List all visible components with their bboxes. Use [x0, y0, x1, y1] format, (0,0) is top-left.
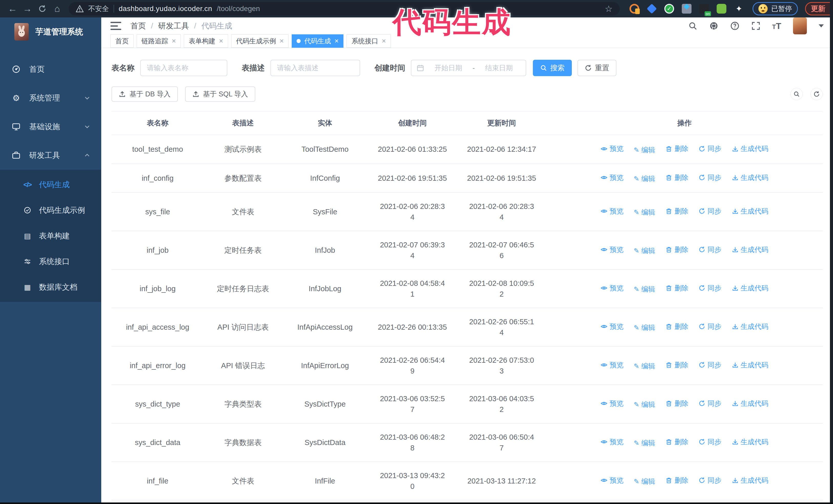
generate-code-link[interactable]: 生成代码: [732, 283, 768, 293]
edit-link[interactable]: ✎ 编辑: [634, 284, 656, 294]
preview-link[interactable]: 预览: [600, 321, 623, 332]
preview-link[interactable]: 预览: [600, 437, 623, 447]
generate-code-link[interactable]: 生成代码: [732, 437, 768, 447]
search-icon[interactable]: [688, 21, 697, 30]
tab-system-api[interactable]: 系统接口: [347, 34, 390, 48]
browser-back-icon[interactable]: ←: [5, 2, 20, 16]
sync-link[interactable]: 同步: [698, 360, 721, 370]
breadcrumb-home[interactable]: 首页: [130, 21, 146, 31]
extension-icon-on-switch[interactable]: [699, 4, 709, 14]
tab-form-builder[interactable]: 表单构建: [184, 34, 228, 48]
generate-code-link[interactable]: 生成代码: [732, 172, 768, 183]
generate-code-link[interactable]: 生成代码: [732, 143, 768, 154]
edit-link[interactable]: ✎ 编辑: [634, 399, 656, 410]
delete-link[interactable]: 删除: [665, 172, 688, 183]
edit-link[interactable]: ✎ 编辑: [634, 173, 656, 184]
generate-code-link[interactable]: 生成代码: [732, 244, 768, 255]
refresh-table-button[interactable]: [810, 88, 823, 100]
edit-link[interactable]: ✎ 编辑: [634, 145, 656, 155]
fullscreen-icon[interactable]: [751, 21, 760, 30]
extension-icon-blue-gem[interactable]: [647, 4, 657, 14]
user-avatar[interactable]: [793, 18, 807, 34]
sidebar-item-dev-tools[interactable]: 研发工具: [0, 141, 101, 170]
delete-link[interactable]: 删除: [665, 206, 688, 217]
reset-button[interactable]: 重置: [577, 60, 616, 76]
sync-link[interactable]: 同步: [698, 172, 721, 183]
browser-update-button[interactable]: 更新: [805, 2, 833, 16]
breadcrumb-dev-tools[interactable]: 研发工具: [158, 21, 189, 31]
tab-close-icon[interactable]: [219, 38, 223, 45]
delete-link[interactable]: 删除: [665, 360, 688, 370]
preview-link[interactable]: 预览: [600, 143, 623, 154]
tab-close-icon[interactable]: [172, 38, 176, 45]
generate-code-link[interactable]: 生成代码: [732, 398, 768, 409]
sidebar-item-infrastructure[interactable]: 基础设施: [0, 112, 101, 141]
edit-link[interactable]: ✎ 编辑: [634, 438, 656, 448]
tab-home[interactable]: 首页: [111, 34, 134, 48]
sidebar-item-database-docs[interactable]: ▦ 数据库文档: [0, 274, 101, 300]
avatar-caret-down-icon[interactable]: [819, 24, 824, 27]
font-size-icon[interactable]: TT: [772, 21, 781, 31]
extension-icon-white-star[interactable]: ✦: [734, 4, 744, 14]
sync-link[interactable]: 同步: [698, 283, 721, 293]
tab-codegen-example[interactable]: 代码生成示例: [231, 34, 289, 48]
delete-link[interactable]: 删除: [665, 143, 688, 154]
browser-reload-icon[interactable]: [35, 2, 50, 16]
sidebar-fold-icon[interactable]: [111, 22, 121, 30]
sidebar-item-code-generation[interactable]: </> 代码生成: [0, 172, 101, 197]
preview-link[interactable]: 预览: [600, 206, 623, 217]
date-range-picker[interactable]: 开始日期 - 结束日期: [411, 60, 526, 76]
sync-link[interactable]: 同步: [698, 244, 721, 255]
preview-link[interactable]: 预览: [600, 244, 623, 255]
tab-close-icon[interactable]: [280, 38, 284, 45]
sidebar-item-system-api[interactable]: 系统接口: [0, 249, 101, 274]
browser-home-icon[interactable]: ⌂: [50, 2, 65, 16]
import-db-button[interactable]: 基于 DB 导入: [112, 87, 178, 102]
delete-link[interactable]: 删除: [665, 283, 688, 293]
extension-icon-green[interactable]: [717, 4, 727, 14]
generate-code-link[interactable]: 生成代码: [732, 321, 768, 332]
sidebar-item-home[interactable]: 首页: [0, 55, 101, 83]
sync-link[interactable]: 同步: [698, 206, 721, 217]
edit-link[interactable]: ✎ 编辑: [634, 207, 656, 218]
sync-link[interactable]: 同步: [698, 437, 721, 447]
extension-icon-grid[interactable]: [682, 4, 691, 14]
generate-code-link[interactable]: 生成代码: [732, 206, 768, 217]
delete-link[interactable]: 删除: [665, 321, 688, 332]
github-icon[interactable]: [709, 21, 718, 30]
generate-code-link[interactable]: 生成代码: [732, 475, 768, 486]
delete-link[interactable]: 删除: [665, 437, 688, 447]
delete-link[interactable]: 删除: [665, 475, 688, 486]
sidebar-item-form-builder[interactable]: ▤ 表单构建: [0, 223, 101, 249]
window-scrollbar[interactable]: [830, 0, 833, 504]
preview-link[interactable]: 预览: [600, 172, 623, 183]
sync-link[interactable]: 同步: [698, 398, 721, 409]
generate-code-link[interactable]: 生成代码: [732, 360, 768, 370]
tab-close-icon[interactable]: [334, 38, 339, 45]
tab-close-icon[interactable]: [382, 38, 386, 45]
edit-link[interactable]: ✎ 编辑: [634, 322, 656, 333]
profile-paused-badge[interactable]: 已暂停: [753, 2, 798, 16]
sync-link[interactable]: 同步: [698, 475, 721, 486]
sync-link[interactable]: 同步: [698, 143, 721, 154]
table-desc-input[interactable]: [270, 60, 360, 76]
tab-trace[interactable]: 链路追踪: [137, 34, 181, 48]
edit-link[interactable]: ✎ 编辑: [634, 361, 656, 371]
tab-code-generation[interactable]: 代码生成: [292, 34, 343, 48]
address-bar[interactable]: 不安全 dashboard.yudao.iocoder.cn/tool/code…: [69, 2, 620, 16]
preview-link[interactable]: 预览: [600, 398, 623, 409]
toggle-search-button[interactable]: [790, 88, 803, 100]
delete-link[interactable]: 删除: [665, 398, 688, 409]
preview-link[interactable]: 预览: [600, 360, 623, 370]
search-button[interactable]: 搜索: [533, 60, 572, 76]
extension-icon-green-check[interactable]: [664, 4, 674, 14]
preview-link[interactable]: 预览: [600, 283, 623, 293]
import-sql-button[interactable]: 基于 SQL 导入: [185, 87, 255, 102]
bookmark-star-icon[interactable]: ☆: [605, 4, 613, 14]
sidebar-item-codegen-example[interactable]: 代码生成示例: [0, 197, 101, 223]
sidebar-item-system-management[interactable]: ⚙ 系统管理: [0, 83, 101, 112]
help-icon[interactable]: [730, 21, 739, 30]
edit-link[interactable]: ✎ 编辑: [634, 245, 656, 256]
delete-link[interactable]: 删除: [665, 244, 688, 255]
extension-icon-orange-ring[interactable]: [629, 4, 639, 14]
